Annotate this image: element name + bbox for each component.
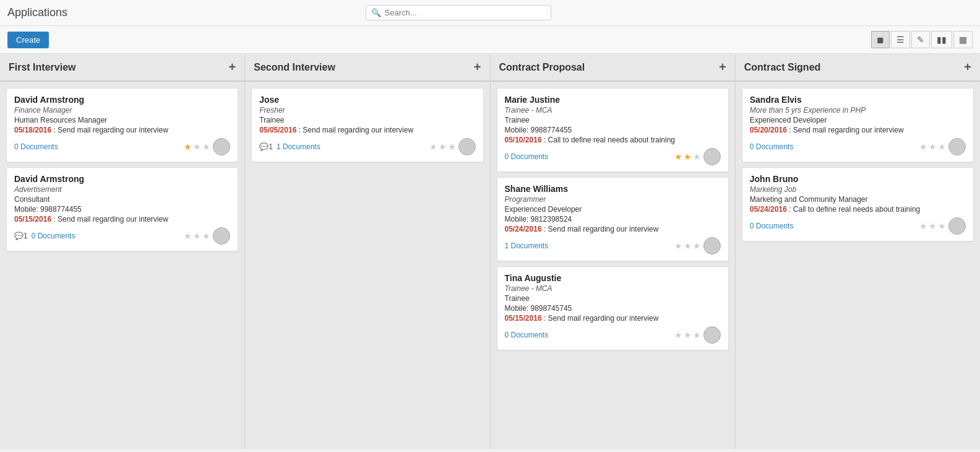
comment-icon: 💬1 [259, 142, 273, 151]
card-subtitle: Programmer [505, 195, 721, 204]
card-name: Jose [259, 95, 475, 105]
avatar [703, 148, 721, 165]
card-footer-left: 0 Documents [14, 142, 58, 151]
card-docs[interactable]: 0 Documents [505, 152, 549, 161]
card-footer-left: 0 Documents [505, 152, 549, 161]
card-docs[interactable]: 1 Documents [277, 142, 320, 151]
card-date-msg: 05/10/2016 : Call to define real needs a… [505, 136, 721, 144]
card-footer: 0 Documents ★★★ [750, 217, 966, 235]
column-contract-signed: Contract Signed + Sandra Elvis More than… [736, 54, 980, 449]
card-job: Experienced Developer [505, 205, 721, 214]
card-name: Shane Williams [505, 184, 721, 194]
add-card-button[interactable]: + [719, 60, 726, 74]
star-icon[interactable]: ★ [929, 221, 937, 231]
card-job: Marketing and Community Manager [750, 195, 966, 204]
card-subtitle: Marketing Job [750, 185, 966, 194]
star-icon[interactable]: ★ [439, 142, 447, 152]
view-icons: ◼ ☰ ✎ ▮▮ ▦ [871, 31, 973, 48]
add-card-button[interactable]: + [229, 60, 236, 74]
card-docs[interactable]: 0 Documents [750, 222, 794, 230]
card-footer-left: 0 Documents [505, 331, 549, 339]
card-docs[interactable]: 0 Documents [32, 232, 75, 240]
star-icon[interactable]: ★ [674, 152, 682, 162]
card-footer: 0 Documents ★★★ [750, 138, 966, 155]
star-icon[interactable]: ★ [938, 221, 946, 231]
column-header: Contract Proposal + [491, 54, 735, 82]
star-icon[interactable]: ★ [429, 142, 437, 152]
card-subtitle: Trainee - MCA [505, 106, 721, 115]
card-date-msg: 05/05/2016 : Send mail regarding our int… [259, 126, 475, 134]
card-name: David Armstrong [14, 95, 230, 105]
card-right: ★★★ [184, 138, 230, 155]
star-icon[interactable]: ★ [919, 221, 927, 231]
card-job: Experienced Developer [750, 116, 966, 124]
card-stars: ★★★ [184, 231, 210, 241]
view-edit-button[interactable]: ✎ [911, 31, 930, 48]
star-icon[interactable]: ★ [919, 142, 927, 152]
card-stars: ★★★ [184, 142, 210, 152]
card-docs[interactable]: 1 Documents [505, 241, 549, 250]
view-table-button[interactable]: ▦ [953, 31, 973, 48]
view-chart-button[interactable]: ▮▮ [931, 31, 952, 48]
kanban-card: David Armstrong Advertisement Consultant… [6, 167, 238, 251]
card-right: ★★★ [674, 148, 721, 165]
column-title: Contract Proposal [499, 62, 585, 73]
star-icon[interactable]: ★ [448, 142, 456, 152]
view-list-button[interactable]: ☰ [891, 31, 910, 48]
card-right: ★★★ [919, 138, 966, 155]
search-icon: 🔍 [371, 8, 381, 17]
star-icon[interactable]: ★ [684, 241, 692, 251]
kanban-card: John Bruno Marketing Job Marketing and C… [742, 167, 974, 241]
card-subtitle: Finance Manager [14, 106, 230, 115]
star-icon[interactable]: ★ [693, 241, 701, 251]
card-stars: ★★★ [919, 221, 946, 231]
card-subtitle: Trainee - MCA [505, 284, 721, 293]
card-stars: ★★★ [674, 241, 701, 251]
add-card-button[interactable]: + [474, 60, 481, 74]
card-footer-left: 1 Documents [505, 241, 549, 250]
card-docs[interactable]: 0 Documents [505, 331, 549, 339]
star-icon[interactable]: ★ [684, 330, 692, 340]
card-right: ★★★ [184, 227, 230, 245]
card-stars: ★★★ [429, 142, 456, 152]
card-footer-left: 💬1 0 Documents [14, 232, 75, 240]
star-icon[interactable]: ★ [202, 231, 210, 241]
card-mobile: Mobile: 9812398524 [505, 215, 721, 224]
star-icon[interactable]: ★ [184, 142, 192, 152]
create-button[interactable]: Create [7, 32, 49, 48]
card-subtitle: Advertisement [14, 185, 230, 194]
card-name: Sandra Elvis [750, 95, 966, 105]
star-icon[interactable]: ★ [929, 142, 937, 152]
search-input[interactable] [385, 8, 546, 17]
star-icon[interactable]: ★ [202, 142, 210, 152]
star-icon[interactable]: ★ [693, 330, 701, 340]
avatar [458, 138, 476, 155]
toolbar: Create ◼ ☰ ✎ ▮▮ ▦ [0, 26, 980, 54]
card-docs[interactable]: 0 Documents [750, 142, 794, 151]
star-icon[interactable]: ★ [184, 231, 192, 241]
card-footer: 1 Documents ★★★ [505, 237, 721, 254]
card-right: ★★★ [674, 237, 721, 254]
star-icon[interactable]: ★ [193, 142, 201, 152]
column-title: First Interview [9, 62, 75, 73]
card-footer: 💬1 1 Documents ★★★ [259, 138, 475, 155]
add-card-button[interactable]: + [964, 60, 971, 74]
card-stars: ★★★ [674, 152, 701, 162]
star-icon[interactable]: ★ [684, 152, 692, 162]
star-icon[interactable]: ★ [938, 142, 946, 152]
card-name: Marie Justine [505, 95, 721, 105]
star-icon[interactable]: ★ [693, 152, 701, 162]
star-icon[interactable]: ★ [193, 231, 201, 241]
card-mobile: Mobile: 9988774455 [14, 205, 230, 214]
card-job: Trainee [505, 294, 721, 303]
avatar [948, 138, 966, 155]
star-icon[interactable]: ★ [674, 330, 682, 340]
card-docs[interactable]: 0 Documents [14, 142, 58, 151]
card-job: Consultant [14, 195, 230, 204]
kanban-card: Sandra Elvis More than 5 yrs Experience … [742, 88, 974, 162]
star-icon[interactable]: ★ [674, 241, 682, 251]
card-mobile: Mobile: 9898745745 [505, 304, 721, 313]
card-stars: ★★★ [919, 142, 946, 152]
view-grid-button[interactable]: ◼ [871, 31, 890, 48]
column-header: Second Interview + [245, 54, 489, 82]
